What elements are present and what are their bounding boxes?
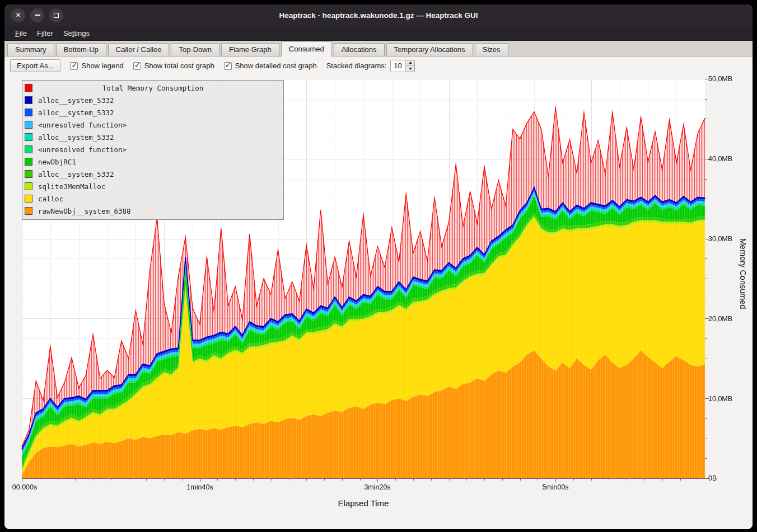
legend-item: newObjRC1 — [22, 156, 283, 168]
show-legend-option: Show legend — [70, 62, 123, 70]
legend-color-swatch — [25, 207, 32, 215]
maximize-button[interactable] — [49, 8, 63, 22]
x-tick-label: 5min00s — [542, 483, 568, 491]
minimize-icon — [35, 15, 40, 16]
legend-title-row: Total Memory Consumption — [22, 82, 283, 94]
minimize-button[interactable] — [30, 8, 44, 22]
legend-color-swatch — [25, 170, 32, 178]
y-tick-label: 30,0MB — [708, 234, 732, 243]
close-button[interactable]: ✕ — [11, 8, 25, 22]
legend-label: sqlite3MemMalloc — [38, 182, 105, 191]
chart-legend: Total Memory Consumption alloc__system_5… — [22, 80, 284, 220]
legend-item: sqlite3MemMalloc — [22, 180, 283, 192]
export-as-button[interactable]: Export As... — [10, 59, 60, 72]
legend-color-swatch — [25, 96, 32, 104]
show-total-cost-option: Show total cost graph — [133, 62, 214, 70]
y-tick-label: 40,0MB — [708, 154, 732, 163]
legend-color-swatch — [25, 145, 32, 153]
legend-color-swatch — [25, 133, 32, 141]
y-tick-label: 50,0MB — [708, 74, 732, 83]
tab-top-down[interactable]: Top-Down — [171, 43, 219, 56]
menu-settings[interactable]: Settings — [58, 27, 95, 39]
heaptrack-window: ✕ Heaptrack - heaptrack.wakunode.1.gz — … — [4, 4, 753, 529]
y-tick-label: 10,0MB — [708, 394, 732, 403]
legend-label: newObjRC1 — [38, 158, 76, 166]
chart-content: 50,0MB 40,0MB 30,0MB 20,0MB 10,0MB 0B 00… — [4, 75, 753, 529]
legend-item: alloc__system_5332 — [22, 168, 283, 180]
show-total-cost-label: Show total cost graph — [144, 62, 214, 70]
stacked-diagrams-group: Stacked diagrams: 10 — [326, 60, 415, 72]
tab-flame-graph[interactable]: Flame Graph — [221, 43, 279, 56]
y-axis-title: Memory Consumed — [739, 238, 747, 309]
legend-label: <unresolved function> — [38, 145, 127, 154]
legend-color-swatch — [25, 195, 32, 203]
legend-item: calloc — [22, 192, 283, 205]
tab-consumed[interactable]: Consumed — [281, 41, 332, 57]
close-icon: ✕ — [15, 11, 21, 19]
show-detailed-cost-option: Show detailed cost graph — [224, 62, 317, 70]
menu-filter[interactable]: Filter — [32, 27, 58, 39]
titlebar: ✕ Heaptrack - heaptrack.wakunode.1.gz — … — [4, 4, 753, 26]
legend-label: calloc — [38, 195, 63, 203]
legend-color-swatch — [25, 109, 32, 116]
stacked-diagrams-spinbox[interactable]: 10 — [390, 60, 415, 72]
x-tick-label: 00.000s — [12, 483, 37, 491]
window-controls: ✕ — [11, 4, 63, 26]
legend-item: alloc__system_5332 — [22, 106, 283, 119]
tab-bar: Summary Bottom-Up Caller / Callee Top-Do… — [4, 41, 753, 57]
spin-down-button[interactable] — [406, 65, 414, 72]
legend-color-swatch — [25, 182, 32, 190]
legend-label: rawNewObj__system_6388 — [38, 207, 131, 215]
show-detailed-cost-checkbox[interactable] — [224, 62, 232, 70]
x-tick-label: 1min40s — [186, 483, 213, 491]
tab-allocations[interactable]: Allocations — [334, 43, 385, 56]
legend-color-swatch — [25, 121, 32, 129]
show-detailed-cost-label: Show detailed cost graph — [235, 62, 317, 70]
x-tick-label: 3min20s — [364, 483, 390, 491]
spin-up-button[interactable] — [406, 60, 414, 66]
tab-summary[interactable]: Summary — [7, 43, 54, 56]
menubar: File Filter Settings — [4, 26, 753, 41]
x-axis-title: Elapsed Time — [338, 498, 389, 508]
maximize-icon — [54, 13, 59, 18]
legend-label: <unresolved function> — [38, 121, 127, 129]
legend-item: <unresolved function> — [22, 143, 283, 156]
stacked-diagrams-label: Stacked diagrams: — [326, 62, 387, 70]
legend-item: alloc__system_5332 — [22, 131, 283, 143]
legend-color-swatch — [25, 158, 32, 166]
legend-label: alloc__system_5332 — [38, 133, 114, 142]
y-tick-label: 0B — [708, 474, 717, 483]
legend-title: Total Memory Consumption — [32, 84, 273, 92]
tab-bottom-up[interactable]: Bottom-Up — [56, 43, 106, 56]
stacked-diagrams-value[interactable]: 10 — [391, 60, 405, 72]
window-title: Heaptrack - heaptrack.wakunode.1.gz — He… — [4, 11, 753, 20]
tab-caller-callee[interactable]: Caller / Callee — [108, 43, 170, 56]
chevron-down-icon — [409, 68, 412, 70]
chevron-up-icon — [409, 62, 412, 64]
show-legend-checkbox[interactable] — [70, 62, 78, 70]
menu-file[interactable]: File — [10, 27, 32, 39]
tab-temporary-allocations[interactable]: Temporary Allocations — [386, 43, 473, 56]
legend-label: alloc__system_5332 — [38, 170, 114, 178]
show-legend-label: Show legend — [81, 62, 123, 70]
legend-item: alloc__system_5332 — [22, 94, 283, 106]
toolbar: Export As... Show legend Show total cost… — [4, 57, 753, 75]
legend-label: alloc__system_5332 — [38, 109, 114, 117]
legend-item: <unresolved function> — [22, 119, 283, 131]
tab-sizes[interactable]: Sizes — [475, 43, 508, 56]
legend-label: alloc__system_5332 — [38, 96, 114, 105]
show-total-cost-checkbox[interactable] — [133, 62, 141, 70]
y-tick-label: 20,0MB — [708, 314, 732, 323]
legend-item: rawNewObj__system_6388 — [22, 205, 283, 217]
legend-color-swatch — [25, 84, 32, 92]
